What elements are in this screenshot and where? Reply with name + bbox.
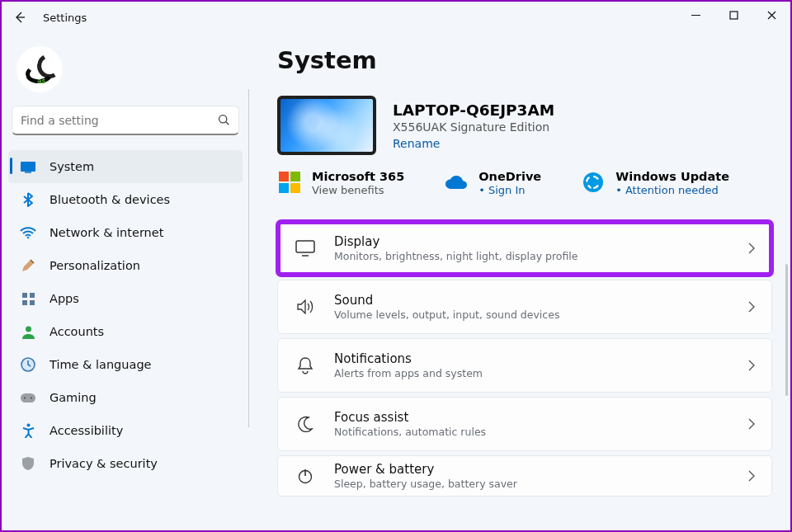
sidebar-item-label: System (50, 160, 94, 173)
settings-card-notifications[interactable]: Notifications Alerts from apps and syste… (277, 338, 772, 393)
svg-rect-16 (296, 241, 314, 252)
page-title: System (277, 46, 772, 74)
svg-rect-8 (30, 300, 35, 305)
chevron-right-icon (747, 242, 755, 254)
user-avatar[interactable]: as (16, 46, 63, 92)
card-title: Focus assist (334, 410, 747, 425)
card-subtitle: Monitors, brightness, night light, displ… (334, 250, 747, 262)
sidebar-item-label: Bluetooth & devices (50, 193, 170, 206)
system-icon (20, 158, 36, 175)
app-title: Settings (43, 12, 87, 24)
svg-rect-3 (25, 172, 31, 173)
svg-rect-0 (730, 12, 738, 19)
clock-icon (20, 356, 36, 373)
device-model: X556UAK Signature Edition (393, 120, 554, 134)
card-title: Notifications (334, 351, 747, 366)
sidebar-item-accessibility[interactable]: Accessibility (8, 414, 243, 447)
sidebar-item-network[interactable]: Network & internet (8, 216, 243, 249)
sidebar-item-label: Gaming (50, 391, 97, 404)
svg-point-1 (219, 115, 227, 123)
chevron-right-icon (747, 301, 755, 313)
promo-subtitle: •Attention needed (615, 184, 729, 196)
power-icon (295, 465, 316, 487)
chevron-right-icon (747, 418, 755, 430)
settings-card-power[interactable]: Power & battery Sleep, battery usage, ba… (277, 455, 772, 497)
sidebar-item-system[interactable]: System (8, 150, 243, 183)
svg-point-15 (583, 172, 603, 192)
svg-point-14 (26, 424, 30, 427)
svg-point-13 (31, 397, 32, 398)
chevron-right-icon (747, 360, 755, 371)
sidebar-item-accounts[interactable]: Accounts (8, 315, 243, 348)
bluetooth-icon (20, 191, 36, 208)
svg-point-9 (26, 326, 31, 332)
maximize-button[interactable] (714, 2, 752, 28)
card-subtitle: Sleep, battery usage, battery saver (334, 478, 747, 490)
microsoft-logo-icon (277, 170, 302, 195)
minimize-button[interactable] (676, 2, 714, 28)
sidebar-item-personalization[interactable]: Personalization (8, 249, 243, 282)
svg-point-12 (24, 397, 26, 398)
promo-onedrive[interactable]: OneDrive •Sign In (444, 170, 541, 196)
sidebar-item-label: Accessibility (50, 424, 123, 437)
sidebar-item-label: Privacy & security (50, 457, 158, 470)
shield-icon (20, 455, 36, 472)
apps-icon (20, 290, 36, 307)
personalization-icon (20, 257, 36, 274)
promo-title: Windows Update (615, 170, 729, 183)
moon-icon (295, 413, 316, 435)
card-title: Display (334, 234, 747, 249)
accessibility-icon (20, 422, 36, 439)
svg-rect-5 (22, 293, 27, 298)
search-box[interactable] (12, 106, 239, 135)
bell-icon (295, 355, 316, 376)
settings-card-display[interactable]: Display Monitors, brightness, night ligh… (277, 221, 772, 275)
device-thumbnail (277, 96, 376, 155)
sidebar-item-apps[interactable]: Apps (8, 282, 243, 315)
sidebar-item-label: Time & language (50, 358, 152, 371)
svg-rect-7 (22, 300, 27, 305)
svg-rect-11 (21, 393, 35, 403)
back-button[interactable] (7, 4, 33, 31)
sidebar-item-label: Personalization (50, 259, 140, 272)
promo-ms365[interactable]: Microsoft 365 View benefits (277, 170, 404, 196)
update-icon (581, 170, 606, 195)
rename-link[interactable]: Rename (393, 137, 554, 150)
card-title: Power & battery (334, 462, 747, 477)
promo-subtitle: •Sign In (478, 184, 541, 196)
settings-card-focus-assist[interactable]: Focus assist Notifications, automatic ru… (277, 397, 772, 451)
sidebar-item-time-language[interactable]: Time & language (8, 348, 243, 381)
sound-icon (295, 296, 316, 318)
svg-rect-6 (30, 293, 35, 298)
svg-point-4 (27, 236, 29, 238)
wifi-icon (20, 224, 36, 241)
svg-rect-2 (21, 162, 35, 172)
sidebar-item-bluetooth[interactable]: Bluetooth & devices (8, 183, 243, 216)
chevron-right-icon (747, 470, 755, 482)
search-input[interactable] (21, 114, 218, 127)
promo-windows-update[interactable]: Windows Update •Attention needed (581, 170, 729, 196)
gaming-icon (20, 389, 36, 406)
settings-card-sound[interactable]: Sound Volume levels, output, input, soun… (277, 280, 772, 334)
sidebar-item-privacy[interactable]: Privacy & security (8, 447, 243, 480)
close-button[interactable] (752, 2, 790, 28)
promo-title: OneDrive (478, 170, 541, 183)
accounts-icon (20, 323, 36, 340)
device-name: LAPTOP-Q6EJP3AM (393, 101, 554, 119)
sidebar-item-label: Network & internet (50, 226, 163, 239)
promo-title: Microsoft 365 (312, 170, 404, 183)
scrollbar[interactable] (785, 264, 788, 396)
card-subtitle: Notifications, automatic rules (334, 426, 747, 438)
card-subtitle: Alerts from apps and system (334, 367, 747, 379)
search-icon (218, 114, 230, 126)
sidebar-item-label: Apps (50, 292, 79, 305)
card-subtitle: Volume levels, output, input, sound devi… (334, 308, 747, 321)
sidebar-item-label: Accounts (50, 325, 104, 338)
card-title: Sound (334, 293, 747, 308)
onedrive-icon (444, 170, 469, 195)
promo-subtitle: View benefits (312, 184, 404, 196)
sidebar-item-gaming[interactable]: Gaming (8, 381, 243, 414)
display-icon (295, 238, 316, 259)
